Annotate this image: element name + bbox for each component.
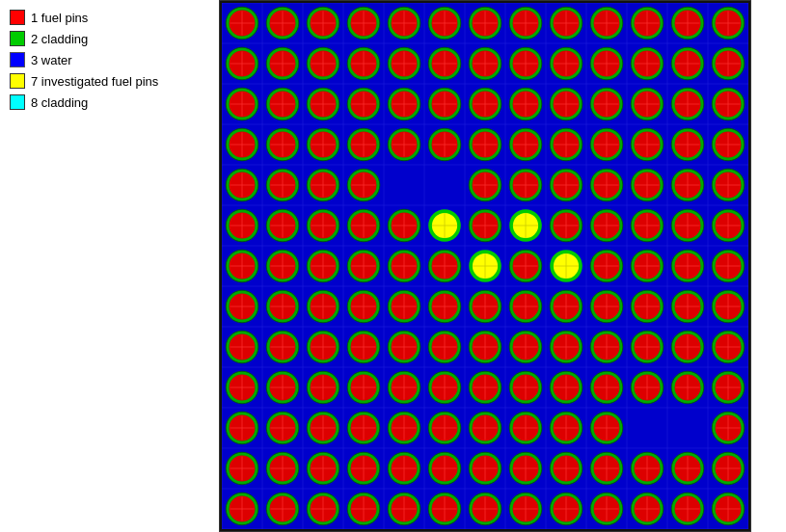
legend-label-8: 8 cladding <box>31 95 88 110</box>
legend-label-3: 3 water <box>31 53 72 67</box>
legend-item-1: 1 fuel pins <box>10 10 174 25</box>
legend-label-7: 7 investigated fuel pins <box>31 74 158 89</box>
legend-item-8: 8 cladding <box>10 94 174 110</box>
grid-container <box>183 0 786 532</box>
legend-item-7: 7 investigated fuel pins <box>10 73 174 89</box>
legend-label-1: 1 fuel pins <box>31 11 88 25</box>
legend-swatch-7 <box>10 73 25 89</box>
legend-item-3: 3 water <box>10 52 174 67</box>
legend-item-2: 2 cladding <box>10 31 174 46</box>
legend-swatch-3 <box>10 52 25 67</box>
legend-panel: 1 fuel pins2 cladding3 water7 investigat… <box>0 0 183 532</box>
fuel-assembly-grid <box>219 0 751 532</box>
legend-swatch-8 <box>10 94 25 110</box>
legend-swatch-2 <box>10 31 25 46</box>
legend-label-2: 2 cladding <box>31 32 88 46</box>
legend-swatch-1 <box>10 10 25 25</box>
